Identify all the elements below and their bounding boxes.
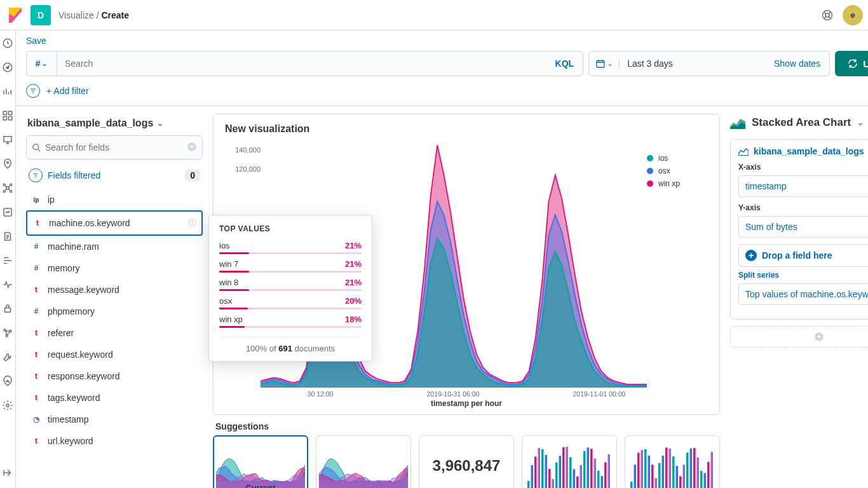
field-item[interactable]: #machine.ram (26, 236, 203, 257)
add-layer-button[interactable] (730, 326, 868, 348)
metrics-icon[interactable] (0, 205, 15, 220)
filter-options-icon[interactable] (26, 84, 40, 98)
uptime-icon[interactable] (0, 277, 15, 292)
logs-icon[interactable] (0, 229, 15, 244)
avatar[interactable]: e (843, 5, 863, 25)
svg-rect-43 (594, 459, 597, 488)
field-item[interactable]: ttags.keyword (26, 387, 203, 409)
svg-rect-51 (641, 450, 644, 488)
kibana-logo-icon[interactable] (5, 5, 25, 25)
date-range-text[interactable]: Last 3 days (620, 58, 765, 69)
svg-rect-41 (587, 447, 590, 488)
suggestion-card[interactable] (316, 435, 411, 488)
field-name: machine.os.keyword (49, 218, 130, 228)
apm-icon[interactable] (0, 253, 15, 268)
dashboard-icon[interactable] (0, 108, 15, 123)
svg-rect-45 (601, 476, 604, 488)
svg-rect-66 (693, 448, 696, 488)
collapse-nav-icon[interactable] (0, 465, 15, 480)
siem-icon[interactable] (0, 301, 15, 316)
field-item[interactable]: tmachine.os.keywordⓘ (26, 210, 203, 236)
svg-rect-68 (700, 471, 703, 488)
svg-rect-35 (566, 447, 569, 488)
legend-item[interactable]: win xp (647, 179, 708, 188)
field-item[interactable]: tmessage.keyword (26, 279, 203, 301)
query-bar: #⌄ KQL (26, 51, 583, 76)
field-list: ipiptmachine.os.keywordⓘ#machine.ram#mem… (26, 189, 203, 452)
add-filter-link[interactable]: + Add filter (46, 86, 89, 96)
help-icon[interactable] (817, 5, 837, 25)
filter-type-dropdown[interactable]: #⌄ (27, 51, 57, 76)
field-item[interactable]: #memory (26, 257, 203, 279)
fields-filtered-toggle[interactable]: Fields filtered 0 (26, 165, 203, 186)
svg-rect-65 (690, 449, 693, 488)
svg-point-12 (10, 184, 12, 186)
date-picker: ⌄ Last 3 days Show dates (588, 51, 830, 76)
index-pattern-selector[interactable]: kibana_sample_data_logs⌄ (26, 114, 203, 135)
field-item[interactable]: turl.keyword (26, 430, 203, 452)
graph-icon[interactable] (0, 325, 15, 341)
svg-rect-70 (707, 462, 710, 488)
field-item[interactable]: ◔timestamp (26, 409, 203, 430)
space-badge[interactable]: D (31, 5, 51, 25)
main: Save #⌄ KQL ⌄ Last 3 days Show dates Upd… (16, 30, 868, 488)
info-icon[interactable]: ⓘ (188, 217, 196, 229)
canvas-icon[interactable] (0, 132, 15, 147)
svg-rect-32 (555, 463, 558, 488)
suggestion-card[interactable] (625, 435, 720, 488)
svg-rect-6 (3, 117, 6, 120)
layer-index-selector[interactable]: kibana_sample_data_logs⌄ (738, 146, 868, 156)
management-icon[interactable] (0, 398, 15, 413)
metric-value: 3,960,847 (433, 457, 501, 475)
field-item[interactable]: ipip (26, 189, 203, 210)
kql-toggle[interactable]: KQL (546, 51, 583, 76)
svg-rect-58 (665, 447, 668, 488)
visualize-icon[interactable] (0, 84, 15, 99)
search-input[interactable] (57, 51, 546, 76)
calendar-icon[interactable]: ⌄ (589, 58, 620, 69)
svg-rect-46 (604, 463, 607, 488)
svg-rect-50 (637, 453, 640, 488)
show-dates-link[interactable]: Show dates (765, 58, 829, 69)
recent-icon[interactable] (0, 36, 15, 51)
breadcrumb-root[interactable]: Visualize (58, 10, 94, 20)
svg-rect-28 (541, 449, 544, 488)
chart-x-label: timestamp per hour (225, 399, 708, 408)
drop-field-target[interactable]: +Drop a field here (738, 244, 868, 267)
y-axis-dimension[interactable]: Sum of bytes✕ (738, 216, 868, 238)
legend-item[interactable]: ios (647, 154, 708, 163)
svg-point-20 (6, 404, 10, 407)
svg-rect-63 (683, 464, 686, 488)
x-axis-dimension[interactable]: timestamp✕ (738, 175, 868, 197)
ml-icon[interactable] (0, 180, 15, 196)
chart-type-selector[interactable]: Stacked Area Chart⌄ (730, 114, 868, 133)
field-name: message.keyword (48, 285, 119, 295)
breadcrumb: Visualize / Create (58, 10, 129, 20)
field-item[interactable]: trequest.keyword (26, 344, 203, 365)
devtools-icon[interactable] (0, 349, 15, 365)
suggestion-label: Current (246, 483, 276, 488)
filter-toolbar: + Add filter (16, 81, 868, 106)
area-chart-icon (738, 147, 749, 156)
svg-rect-5 (9, 111, 12, 114)
suggestion-card[interactable]: Current (213, 435, 308, 488)
field-item[interactable]: treferer (26, 322, 203, 344)
visualization-title: New visualization (225, 123, 708, 135)
svg-rect-30 (548, 469, 551, 488)
split-series-dimension[interactable]: Top values of machine.os.keyword✕ (738, 283, 868, 305)
field-name: timestamp (48, 414, 89, 424)
svg-rect-62 (679, 477, 682, 488)
save-link[interactable]: Save (26, 36, 46, 46)
maps-icon[interactable] (0, 156, 15, 172)
field-item[interactable]: tresponse.keyword (26, 365, 203, 387)
legend-item[interactable]: osx (647, 166, 708, 175)
discover-icon[interactable] (0, 60, 15, 75)
update-button[interactable]: Update (835, 51, 868, 76)
clear-search-icon[interactable] (187, 142, 197, 154)
suggestion-card[interactable]: 3,960,847 (419, 435, 514, 488)
field-item[interactable]: #phpmemory (26, 301, 203, 322)
monitoring-icon[interactable] (0, 374, 15, 389)
filter-icon (29, 168, 43, 182)
suggestion-card[interactable] (522, 435, 617, 488)
field-search-input[interactable] (41, 142, 187, 152)
